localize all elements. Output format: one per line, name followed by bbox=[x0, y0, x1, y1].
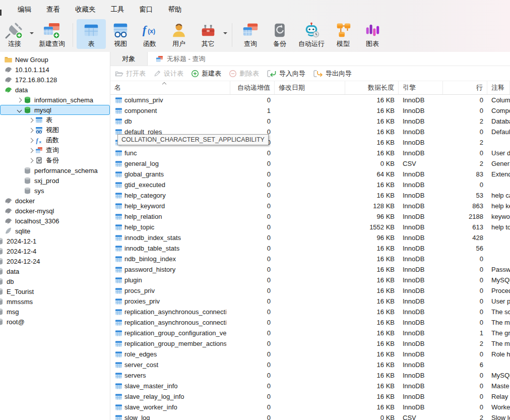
table-row[interactable]: slave_relay_log_info016 KBInnoDB0Relay l bbox=[110, 391, 510, 402]
tree-arrow-right-icon[interactable] bbox=[27, 139, 35, 142]
table-row[interactable]: replication_asynchronous_connectio...016… bbox=[110, 307, 510, 317]
tree-node-data[interactable]: data bbox=[0, 266, 110, 276]
table-row[interactable]: ndb_binlog_index016 KBInnoDB0 bbox=[110, 254, 510, 264]
tree-node-mmssms[interactable]: mmssms bbox=[0, 296, 110, 307]
action-design-table[interactable]: 设计表 bbox=[153, 69, 183, 78]
menu-item-3[interactable]: 工具 bbox=[103, 0, 132, 19]
table-row[interactable]: slave_worker_info016 KBInnoDB0Worke bbox=[110, 402, 510, 412]
table-row[interactable]: help_category016 KBInnoDB53help ca bbox=[110, 190, 510, 201]
table-row[interactable]: servers016 KBInnoDB0MySQL bbox=[110, 370, 510, 381]
action-open-table[interactable]: 打开表 bbox=[115, 69, 146, 78]
toolbar-automation-robot[interactable]: 自动运行 bbox=[294, 19, 329, 49]
table-row[interactable]: db016 KBInnoDB2Databa bbox=[110, 116, 510, 127]
menu-item-2[interactable]: 收藏夹 bbox=[68, 0, 103, 19]
tree-node-查询[interactable]: 查询 bbox=[0, 145, 110, 155]
dropdown-caret-icon[interactable] bbox=[223, 32, 227, 36]
action-delete-table[interactable]: 删除表 bbox=[229, 69, 259, 78]
column-header-name[interactable]: 名 bbox=[110, 81, 230, 94]
tab-objects[interactable]: 对象 bbox=[110, 52, 147, 66]
table-row[interactable]: help_relation096 KBInnoDB2188keywo bbox=[110, 211, 510, 222]
menu-item-0[interactable]: 编辑 bbox=[10, 0, 39, 19]
tree-node-sxj_prod[interactable]: sxj_prod bbox=[0, 175, 110, 186]
tree-node-sqlite[interactable]: sqlite bbox=[0, 226, 110, 236]
column-header-rows[interactable]: 行 bbox=[443, 81, 487, 94]
tree-arrow-right-icon[interactable] bbox=[27, 118, 35, 122]
table-row[interactable]: proxies_priv016 KBInnoDB0User p bbox=[110, 296, 510, 307]
table-row[interactable]: help_keyword0128 KBInnoDB863help ke bbox=[110, 201, 510, 211]
table-row[interactable]: replication_group_configuration_ver...01… bbox=[110, 328, 510, 338]
table-row[interactable]: help_topic01552 KBInnoDB613help to bbox=[110, 222, 510, 232]
column-header-auto_increment[interactable]: 自动递增值 bbox=[230, 81, 275, 94]
table-row[interactable]: procs_priv016 KBInnoDB0Proced bbox=[110, 285, 510, 296]
table-row[interactable]: password_history016 KBInnoDB0Passwo bbox=[110, 264, 510, 275]
tree-node-data[interactable]: data bbox=[0, 85, 110, 95]
action-export-wizard[interactable]: 导出向导 bbox=[313, 69, 352, 78]
table-row[interactable]: gtid_executed016 KBInnoDB0 bbox=[110, 179, 510, 190]
tree-arrow-down-icon[interactable] bbox=[15, 108, 23, 112]
toolbar-connection-plug[interactable]: 连接 bbox=[0, 19, 29, 49]
tree-node-information_schema[interactable]: information_schema bbox=[0, 95, 110, 105]
toolbar-function-big[interactable]: f(x)函数 bbox=[135, 19, 164, 49]
table-row[interactable]: global_grants064 KBInnoDB83Extend bbox=[110, 169, 510, 179]
tree-node-2024-12-4[interactable]: 2024-12-4 bbox=[0, 246, 110, 256]
table-row[interactable]: replication_group_member_actions016 KBIn… bbox=[110, 338, 510, 349]
column-header-engine[interactable]: 引擎 bbox=[399, 81, 443, 94]
tree-node-2024-12-1[interactable]: 2024-12-1 bbox=[0, 236, 110, 246]
tree-node-sys[interactable]: sys bbox=[0, 186, 110, 196]
table-row[interactable]: server_cost016 KBInnoDB6 bbox=[110, 359, 510, 370]
table-row[interactable]: plugin016 KBInnoDB0MySQL bbox=[110, 275, 510, 285]
column-header-comment[interactable]: 注释 bbox=[487, 81, 510, 94]
column-header-modified_date[interactable]: 修改日期 bbox=[275, 81, 345, 94]
tree-node-performance_schema[interactable]: performance_schema bbox=[0, 165, 110, 175]
tree-node-E_Tourist[interactable]: E_Tourist bbox=[0, 286, 110, 296]
table-row[interactable]: role_edges016 KBInnoDB0Role h bbox=[110, 349, 510, 359]
table-row[interactable]: columns_priv016 KBInnoDB0Colum bbox=[110, 95, 510, 105]
toolbar-backup-big[interactable]: 备份 bbox=[265, 19, 294, 49]
tree-node-localhost_3306[interactable]: localhost_3306 bbox=[0, 216, 110, 226]
toolbar-charts-big[interactable]: 图表 bbox=[358, 19, 387, 49]
tree-node-db[interactable]: db bbox=[0, 276, 110, 286]
toolbar-new-query[interactable]: 新建查询 bbox=[35, 19, 69, 49]
tree-node-docker[interactable]: docker bbox=[0, 196, 110, 206]
column-header-data_length[interactable]: 数据长度 bbox=[345, 81, 399, 94]
menu-item-1[interactable]: 查看 bbox=[39, 0, 68, 19]
toolbar-model-big[interactable]: 模型 bbox=[329, 19, 358, 49]
tree-node-New Group[interactable]: New Group bbox=[0, 54, 110, 65]
tree-node-mysql[interactable]: mysql bbox=[0, 105, 110, 115]
table-row[interactable]: replication_asynchronous_connectio...016… bbox=[110, 317, 510, 328]
tree-arrow-right-icon[interactable] bbox=[27, 149, 35, 152]
action-new-table[interactable]: 新建表 bbox=[191, 69, 221, 78]
tree-node-视图[interactable]: 视图 bbox=[0, 125, 110, 135]
tree-node-docker-mysql[interactable]: docker-mysql bbox=[0, 206, 110, 216]
table-row[interactable]: func016 KBInnoDB0User d bbox=[110, 148, 510, 158]
table-row[interactable]: innodb_table_stats016 KBInnoDB56 bbox=[110, 243, 510, 254]
table-row[interactable]: component116 KBInnoDB0Compo bbox=[110, 105, 510, 116]
dropdown-caret-icon[interactable] bbox=[30, 32, 34, 36]
cell-data-length: 16 KB bbox=[345, 276, 399, 284]
tree-node-label: root@ bbox=[7, 318, 25, 326]
tree-node-表[interactable]: 表 bbox=[0, 115, 110, 125]
tree-node-msg[interactable]: msg bbox=[0, 307, 110, 317]
toolbar-view-big[interactable]: 视图 bbox=[106, 19, 135, 49]
tree-arrow-right-icon[interactable] bbox=[27, 129, 35, 132]
table-row[interactable]: general_log00 KBCSV2Genera bbox=[110, 158, 510, 169]
action-import-wizard[interactable]: 导入向导 bbox=[267, 69, 305, 78]
tab-query[interactable]: 无标题 - 查询 bbox=[147, 52, 510, 66]
tree-node-函数[interactable]: fx函数 bbox=[0, 135, 110, 145]
toolbar-others-toolbox[interactable]: 其它 bbox=[194, 19, 223, 49]
tree-node-2024-12-24[interactable]: 2024-12-24 bbox=[0, 256, 110, 266]
tree-arrow-right-icon[interactable] bbox=[27, 159, 35, 162]
table-row[interactable]: slow_log00 KBCSV2Slow lo bbox=[110, 412, 510, 420]
tree-node-10.10.1.114[interactable]: 10.10.1.114 bbox=[0, 65, 110, 75]
toolbar-query-big[interactable]: 查询 bbox=[236, 19, 265, 49]
menu-item-5[interactable]: 帮助 bbox=[161, 0, 189, 19]
tree-node-root@[interactable]: root@ bbox=[0, 317, 110, 327]
tree-arrow-right-icon[interactable] bbox=[15, 98, 23, 102]
tree-node-172.16.80.128[interactable]: 172.16.80.128 bbox=[0, 75, 110, 85]
toolbar-user-big[interactable]: 用户 bbox=[164, 19, 194, 49]
toolbar-table-big[interactable]: 表 bbox=[77, 19, 106, 49]
tree-node-备份[interactable]: 备份 bbox=[0, 155, 110, 165]
table-row[interactable]: slave_master_info016 KBInnoDB0Maste bbox=[110, 381, 510, 391]
table-row[interactable]: innodb_index_stats096 KBInnoDB428 bbox=[110, 232, 510, 243]
menu-item-4[interactable]: 窗口 bbox=[132, 0, 161, 19]
